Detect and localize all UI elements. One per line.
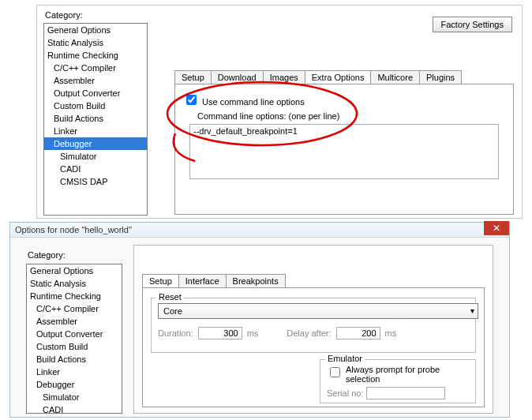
cat-simulator[interactable]: Simulator xyxy=(44,150,147,163)
cat-general-options[interactable]: General Options xyxy=(27,264,122,277)
cat-linker[interactable]: Linker xyxy=(44,125,147,137)
cat-assembler[interactable]: Assembler xyxy=(44,74,147,87)
tab-setup[interactable]: Setup xyxy=(142,274,179,287)
reset-group: Reset Core Duration: ms Delay after: ms xyxy=(151,298,476,353)
cat-output-converter[interactable]: Output Converter xyxy=(27,328,122,340)
cat-cadi[interactable]: CADI xyxy=(27,403,122,414)
cat-output-converter[interactable]: Output Converter xyxy=(44,87,147,99)
close-button[interactable]: ✕ xyxy=(484,221,509,235)
cat-simulator[interactable]: Simulator xyxy=(27,391,122,403)
cat-static-analysis[interactable]: Static Analysis xyxy=(27,277,122,290)
cat-cadi[interactable]: CADI xyxy=(44,163,147,175)
cat-assembler[interactable]: Assembler xyxy=(27,315,122,328)
serial-label: Serial no: xyxy=(327,388,363,398)
reset-dropdown[interactable]: Core xyxy=(158,303,478,319)
tab-extra-options[interactable]: Extra Options xyxy=(305,70,372,84)
tabpage-extra-options: Use command line options Command line op… xyxy=(174,84,514,215)
cat-runtime-checking[interactable]: Runtime Checking xyxy=(27,290,122,302)
close-icon: ✕ xyxy=(493,223,500,234)
use-command-line-checkbox[interactable] xyxy=(186,95,197,105)
always-prompt-checkbox[interactable] xyxy=(330,367,340,377)
command-line-textarea[interactable]: --drv_default_breakpoint=1 xyxy=(189,124,499,179)
tab-plugins[interactable]: Plugins xyxy=(419,70,462,84)
cat-cmsis-dap[interactable]: CMSIS DAP xyxy=(44,175,147,188)
tabpage-setup: Reset Core Duration: ms Delay after: ms … xyxy=(142,287,485,407)
delay-label: Delay after: xyxy=(287,328,331,338)
category-list[interactable]: General Options Static Analysis Runtime … xyxy=(43,23,148,216)
titlebar: Options for node "hello_world" ✕ xyxy=(10,223,509,238)
emulator-group: Emulator Always prompt for probe selecti… xyxy=(320,359,476,403)
delay-unit: ms xyxy=(385,328,397,338)
emulator-group-title: Emulator xyxy=(325,354,365,363)
cat-linker[interactable]: Linker xyxy=(27,366,122,378)
cmd-lines-label: Command line options: (one per line) xyxy=(197,111,339,121)
category-label: Category: xyxy=(45,10,83,20)
cat-debugger[interactable]: Debugger xyxy=(27,378,122,391)
right-main-panel: Setup Interface Breakpoints Reset Core D… xyxy=(133,245,493,414)
reset-group-title: Reset xyxy=(156,292,184,302)
cat-general-options[interactable]: General Options xyxy=(44,24,147,36)
tab-images[interactable]: Images xyxy=(263,70,305,84)
tab-multicore[interactable]: Multicore xyxy=(370,70,420,84)
delay-input[interactable] xyxy=(336,327,380,339)
cat-custom-build[interactable]: Custom Build xyxy=(44,99,147,112)
factory-settings-button[interactable]: Factory Settings xyxy=(433,17,512,32)
cat-debugger[interactable]: Debugger xyxy=(44,137,147,150)
command-line-value: --drv_default_breakpoint=1 xyxy=(193,126,298,136)
tabstrip-top: Setup Download Images Extra Options Mult… xyxy=(174,70,461,84)
duration-unit: ms xyxy=(247,328,259,338)
cat-build-actions[interactable]: Build Actions xyxy=(44,112,147,125)
reset-dropdown-value: Core xyxy=(163,306,182,316)
use-command-line-label: Use command line options xyxy=(202,97,305,107)
cat-static-analysis[interactable]: Static Analysis xyxy=(44,36,147,49)
options-dialog-bottom: Options for node "hello_world" ✕ Categor… xyxy=(9,222,510,418)
tabstrip-bot: Setup Interface Breakpoints xyxy=(142,274,285,287)
cat-cpp-compiler[interactable]: C/C++ Compiler xyxy=(27,302,122,315)
duration-label: Duration: xyxy=(158,328,193,338)
tab-setup[interactable]: Setup xyxy=(174,70,212,84)
options-panel-top: Category: General Options Static Analysi… xyxy=(36,5,523,219)
always-prompt-label: Always prompt for probe selection xyxy=(346,365,464,384)
category-list[interactable]: General Options Static Analysis Runtime … xyxy=(26,264,122,414)
tab-breakpoints[interactable]: Breakpoints xyxy=(226,274,286,287)
window-title: Options for node "hello_world" xyxy=(15,225,132,234)
category-label: Category: xyxy=(28,250,66,260)
tab-download[interactable]: Download xyxy=(211,70,264,84)
cat-runtime-checking[interactable]: Runtime Checking xyxy=(44,49,147,62)
tab-interface[interactable]: Interface xyxy=(178,274,227,287)
cat-cpp-compiler[interactable]: C/C++ Compiler xyxy=(44,62,147,74)
use-cmd-row: Use command line options xyxy=(183,92,305,107)
cat-build-actions[interactable]: Build Actions xyxy=(27,353,122,366)
serial-input[interactable] xyxy=(366,387,445,399)
duration-input[interactable] xyxy=(198,327,242,339)
cat-custom-build[interactable]: Custom Build xyxy=(27,340,122,353)
